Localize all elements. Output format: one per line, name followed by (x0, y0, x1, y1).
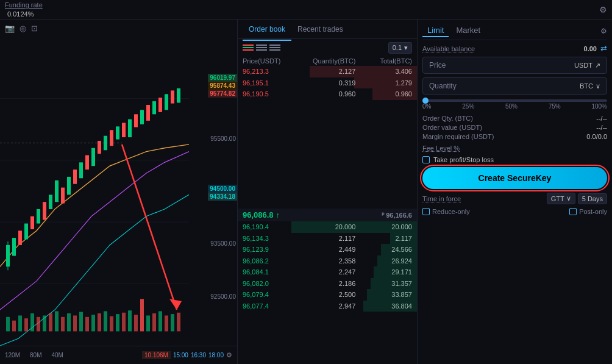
time-force-controls: GTT ∨ 5 Days (547, 193, 607, 204)
reduce-only-option: Reduce-only (422, 208, 470, 215)
available-balance-value: 0.00 (584, 45, 597, 52)
svg-rect-8 (24, 224, 28, 240)
mid-price-ref-icon: ᵖ (382, 211, 385, 219)
svg-rect-34 (6, 317, 10, 332)
svg-rect-62 (177, 313, 180, 332)
chart-toolbar: 📷 ◎ ⊡ (0, 20, 237, 37)
bid-row-7: 96,077.4 2.947 36.804 (238, 301, 417, 312)
slider-label-0: 0% (422, 103, 431, 110)
price-currency[interactable]: USDT ↗ (574, 62, 600, 70)
price-label-2: 95500.00 (210, 135, 236, 142)
slider-label-3: 75% (549, 103, 561, 110)
svg-rect-51 (110, 316, 113, 332)
order-qty-label: Order Qty. (BTC) (422, 115, 473, 122)
svg-rect-41 (49, 313, 52, 331)
panel-settings-icon[interactable]: ⚙ (600, 27, 607, 35)
tab-limit[interactable]: Limit (422, 24, 449, 37)
svg-line-63 (122, 145, 177, 310)
svg-rect-13 (55, 180, 59, 202)
svg-rect-55 (134, 315, 138, 331)
top-settings-icon[interactable]: ⚙ (599, 5, 607, 15)
tab-recenttrades[interactable]: Recent trades (291, 23, 349, 36)
ask-row-2: 96,190.5 0.960 0.960 (238, 88, 417, 100)
time-force-dropdown[interactable]: GTT ∨ (547, 193, 575, 204)
svg-rect-32 (171, 90, 174, 103)
screenshot-icon[interactable]: 📷 (5, 24, 15, 33)
indicator-icon[interactable]: ◎ (20, 24, 26, 33)
slider-thumb[interactable] (422, 98, 429, 104)
svg-rect-52 (116, 314, 119, 331)
bottom-options: Reduce-only Post-only (422, 208, 607, 215)
trading-panel: Limit Market ⚙ Available balance 0.00 ⇄ … (418, 20, 612, 364)
current-volume: 10.106M (142, 351, 171, 359)
svg-rect-35 (12, 321, 16, 332)
price-input-row[interactable]: Price USDT ↗ (422, 57, 607, 74)
quantity-currency[interactable]: BTC ∨ (580, 82, 600, 90)
svg-rect-53 (122, 313, 126, 332)
view-both-icon[interactable] (243, 43, 254, 52)
post-only-label: Post-only (579, 208, 607, 215)
svg-rect-43 (61, 317, 65, 332)
svg-rect-19 (91, 148, 95, 166)
price-label-4: 93500.00 (210, 240, 236, 247)
svg-rect-49 (98, 313, 101, 331)
fullscreen-icon[interactable]: ⊡ (31, 24, 38, 33)
svg-rect-57 (146, 315, 150, 331)
post-only-option: Post-only (569, 208, 607, 215)
time-force-label: Time in force (422, 195, 461, 202)
svg-rect-11 (43, 202, 46, 219)
price-label: Price (429, 61, 446, 70)
order-type-tabs: Limit Market ⚙ (422, 24, 607, 40)
bid-row-5: 96,082.0 2.186 31.357 (238, 278, 417, 290)
price-tag-green: 96019.97 (208, 74, 237, 82)
tab-market[interactable]: Market (451, 24, 485, 37)
view-asks-icon[interactable] (256, 43, 267, 52)
svg-rect-9 (30, 216, 34, 229)
time-label-3: 18:00 (208, 352, 224, 359)
orderbook-body: 96,213.3 2.127 3.406 96,195.1 0.319 1.27… (238, 66, 417, 364)
svg-rect-39 (37, 317, 40, 332)
funding-rate-label[interactable]: Funding rate (5, 1, 43, 9)
orderbook-header: Price(USDT) Quantity(BTC) Total(BTC) (238, 56, 417, 66)
ask-row-1: 96,195.1 0.319 1.279 (238, 77, 417, 89)
svg-rect-28 (146, 105, 150, 121)
create-securekey-button[interactable]: Create SecureKey (422, 167, 607, 189)
fee-level-label[interactable]: Fee Level % (422, 145, 460, 152)
reduce-only-label: Reduce-only (432, 208, 470, 215)
quantity-chevron[interactable]: ∨ (596, 82, 600, 90)
order-info: Order Qty. (BTC) --/-- Order value (USDT… (422, 115, 607, 140)
svg-rect-60 (165, 315, 168, 331)
quantity-input-row[interactable]: Quantity BTC ∨ (422, 77, 607, 95)
funding-rate-value: 0.0124% (7, 10, 43, 18)
svg-rect-15 (67, 177, 71, 194)
mid-price-value: 96,086.8 (243, 210, 274, 219)
price-tag-red1: 95874.43 (208, 82, 237, 90)
take-profit-label: Take profit/Stop loss (433, 156, 494, 163)
svg-rect-14 (61, 188, 65, 204)
time-force-days[interactable]: 5 Days (578, 193, 607, 204)
post-only-checkbox[interactable] (569, 208, 577, 215)
slider-track[interactable] (422, 99, 607, 102)
bid-row-4: 96,084.1 2.247 29.171 (238, 266, 417, 278)
time-force-row: Time in force GTT ∨ 5 Days (422, 193, 607, 204)
view-bids-icon[interactable] (269, 43, 280, 52)
tab-orderbook[interactable]: Order book (243, 23, 291, 36)
available-balance-label: Available balance (422, 45, 475, 52)
svg-rect-61 (171, 314, 174, 331)
svg-rect-6 (12, 238, 16, 255)
main-content: 📷 ◎ ⊡ 96500.00 95500.00 94500.00 93500.0… (0, 20, 612, 364)
bid-row-6: 96,079.4 2.500 33.857 (238, 289, 417, 301)
svg-rect-31 (165, 94, 168, 110)
volume-label-2: 80M (30, 352, 41, 359)
depth-selector[interactable]: 0.1 ▾ (388, 42, 412, 54)
price-adjust-icon[interactable]: ↗ (595, 62, 600, 70)
svg-rect-59 (158, 311, 162, 331)
svg-rect-38 (30, 313, 34, 331)
reduce-only-checkbox[interactable] (422, 208, 430, 215)
take-profit-row: Take profit/Stop loss (422, 156, 607, 163)
refresh-icon[interactable]: ⇄ (600, 44, 607, 53)
svg-rect-16 (73, 170, 77, 184)
chart-settings-icon[interactable]: ⚙ (226, 351, 232, 359)
take-profit-checkbox[interactable] (422, 156, 430, 163)
margin-label: Margin required (USDT) (422, 133, 494, 140)
